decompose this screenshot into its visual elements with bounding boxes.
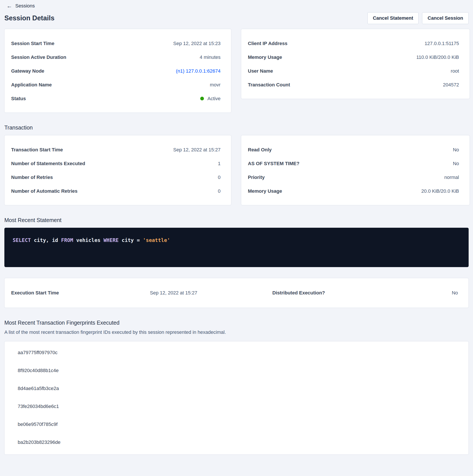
priority-label: Priority <box>248 175 265 180</box>
table-row: Number of Retries 0 <box>11 170 221 184</box>
session-start-time-value: Sep 12, 2022 at 15:23 <box>173 41 221 46</box>
table-row: Read Only No <box>248 143 459 157</box>
sql-text: vehicles <box>73 237 103 243</box>
execution-start-time-value: Sep 12, 2022 at 15:27 <box>150 290 272 296</box>
page-title: Session Details <box>4 14 54 22</box>
status-active-dot-icon <box>200 97 204 101</box>
client-ip-value: 127.0.0.1:51175 <box>425 41 459 46</box>
sql-text: city = <box>119 237 143 243</box>
transaction-left-card: Transaction Start Time Sep 12, 2022 at 1… <box>4 135 231 205</box>
session-start-time-label: Session Start Time <box>11 41 54 46</box>
table-row: Session Active Duration 4 minutes <box>11 50 221 64</box>
session-left-card: Session Start Time Sep 12, 2022 at 15:23… <box>4 29 231 113</box>
table-row: Number of Statements Executed 1 <box>11 157 221 170</box>
read-only-label: Read Only <box>248 147 272 153</box>
memory-usage-label: Memory Usage <box>248 54 282 60</box>
fingerprints-card: aa79775ff097970c 8f920c40d88b1c4e 8d4ae6… <box>4 341 469 455</box>
most-recent-statement-heading: Most Recent Statement <box>4 217 469 223</box>
table-row: Client IP Address 127.0.0.1:51175 <box>248 36 459 50</box>
user-name-value: root <box>451 68 459 74</box>
sql-text: city, id <box>31 237 61 243</box>
table-row: Memory Usage 20.0 KiB/20.0 KiB <box>248 184 459 198</box>
transaction-memory-usage-label: Memory Usage <box>248 188 282 194</box>
list-item: aa79775ff097970c <box>18 344 458 362</box>
fingerprint-list: aa79775ff097970c 8f920c40d88b1c4e 8d4ae6… <box>18 344 458 451</box>
table-row: Status Active <box>11 92 221 105</box>
distributed-execution-label: Distributed Execution? <box>272 290 325 296</box>
as-of-system-time-label: AS OF SYSTEM TIME? <box>248 161 299 167</box>
session-active-duration-label: Session Active Duration <box>11 54 66 60</box>
distributed-execution-value: No <box>325 290 458 296</box>
session-active-duration-value: 4 minutes <box>200 54 221 60</box>
transaction-count-label: Transaction Count <box>248 82 290 88</box>
table-row: Session Start Time Sep 12, 2022 at 15:23 <box>11 36 221 50</box>
table-row: Gateway Node (n1) 127.0.0.1:62674 <box>11 64 221 78</box>
back-to-sessions-link[interactable]: ← Sessions <box>4 2 37 10</box>
sql-string-literal: 'seattle' <box>143 237 170 243</box>
session-details-page: ← Sessions Session Details Cancel Statem… <box>0 0 473 461</box>
table-row: User Name root <box>248 64 459 78</box>
automatic-retries-label: Number of Automatic Retries <box>11 188 78 194</box>
priority-value: normal <box>444 175 459 180</box>
number-of-retries-value: 0 <box>218 175 221 180</box>
table-row: Transaction Count 204572 <box>248 78 459 92</box>
header-actions: Cancel Statement Cancel Session <box>367 12 469 24</box>
cancel-session-button[interactable]: Cancel Session <box>422 12 469 24</box>
back-link-label: Sessions <box>15 3 35 9</box>
sql-keyword: SELECT <box>13 237 31 243</box>
number-of-retries-label: Number of Retries <box>11 175 53 180</box>
execution-summary-card: Execution Start Time Sep 12, 2022 at 15:… <box>4 278 469 308</box>
automatic-retries-value: 0 <box>218 188 221 194</box>
as-of-system-time-value: No <box>453 161 459 167</box>
list-item: 8d4ae61a5fb3ce2a <box>18 379 458 397</box>
table-row: Transaction Start Time Sep 12, 2022 at 1… <box>11 143 221 157</box>
memory-usage-value: 110.0 KiB/200.0 KiB <box>416 54 459 60</box>
transaction-start-time-value: Sep 12, 2022 at 15:27 <box>173 147 221 153</box>
statements-executed-value: 1 <box>218 161 221 167</box>
transaction-count-value: 204572 <box>443 82 459 88</box>
table-row: Number of Automatic Retries 0 <box>11 184 221 198</box>
list-item: 73fe26034bd6e6c1 <box>18 397 458 415</box>
table-row: AS OF SYSTEM TIME? No <box>248 157 459 170</box>
transaction-start-time-label: Transaction Start Time <box>11 147 63 153</box>
list-item: 8f920c40d88b1c4e <box>18 362 458 379</box>
status-label: Status <box>11 96 26 102</box>
transaction-section-heading: Transaction <box>4 124 469 131</box>
page-header: Session Details Cancel Statement Cancel … <box>4 12 469 24</box>
transaction-summary-row: Transaction Start Time Sep 12, 2022 at 1… <box>4 135 469 205</box>
fingerprints-section-heading: Most Recent Transaction Fingerprints Exe… <box>4 320 469 326</box>
client-ip-label: Client IP Address <box>248 41 287 46</box>
gateway-node-link[interactable]: (n1) 127.0.0.1:62674 <box>176 68 221 74</box>
read-only-value: No <box>453 147 459 153</box>
sql-keyword: FROM <box>61 237 73 243</box>
fingerprints-description: A list of the most recent transaction fi… <box>4 329 469 335</box>
status-badge: Active <box>200 96 221 102</box>
sql-statement-box: SELECT city, id FROM vehicles WHERE city… <box>4 228 469 267</box>
user-name-label: User Name <box>248 68 273 74</box>
execution-start-time-label: Execution Start Time <box>11 290 150 296</box>
table-row: Application Name movr <box>11 78 221 92</box>
application-name-value: movr <box>210 82 221 88</box>
transaction-memory-usage-value: 20.0 KiB/20.0 KiB <box>422 188 459 194</box>
table-row: Memory Usage 110.0 KiB/200.0 KiB <box>248 50 459 64</box>
gateway-node-label: Gateway Node <box>11 68 44 74</box>
cancel-statement-button[interactable]: Cancel Statement <box>367 12 419 24</box>
list-item: be06e9570f785c9f <box>18 415 458 433</box>
session-right-card: Client IP Address 127.0.0.1:51175 Memory… <box>241 29 470 99</box>
application-name-label: Application Name <box>11 82 52 88</box>
table-row: Priority normal <box>248 170 459 184</box>
status-value: Active <box>207 96 221 102</box>
statements-executed-label: Number of Statements Executed <box>11 161 85 167</box>
transaction-right-card: Read Only No AS OF SYSTEM TIME? No Prior… <box>241 135 470 205</box>
sql-keyword: WHERE <box>103 237 118 243</box>
list-item: ba2b203b823296de <box>18 433 458 451</box>
session-summary-row: Session Start Time Sep 12, 2022 at 15:23… <box>4 29 469 113</box>
arrow-left-icon: ← <box>7 3 12 9</box>
